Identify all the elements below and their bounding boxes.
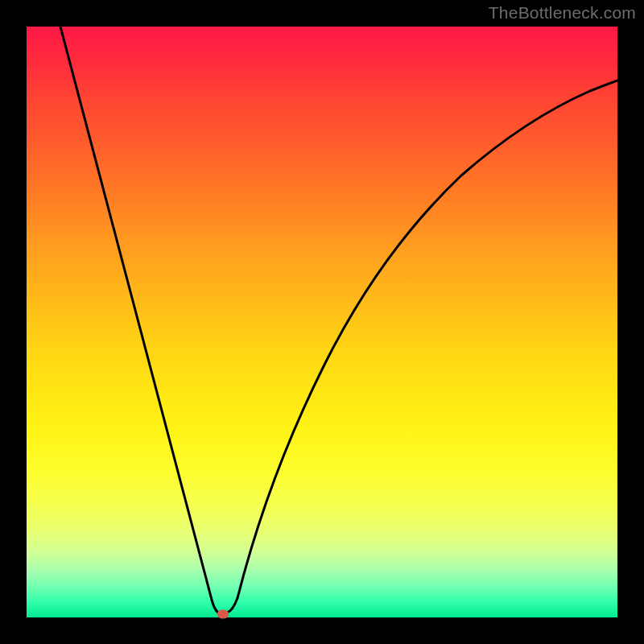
optimal-point-marker	[217, 610, 229, 619]
watermark-text: TheBottleneck.com	[489, 3, 636, 23]
curve-path	[60, 27, 617, 613]
chart-frame: TheBottleneck.com	[0, 0, 644, 644]
bottleneck-curve	[27, 27, 617, 617]
